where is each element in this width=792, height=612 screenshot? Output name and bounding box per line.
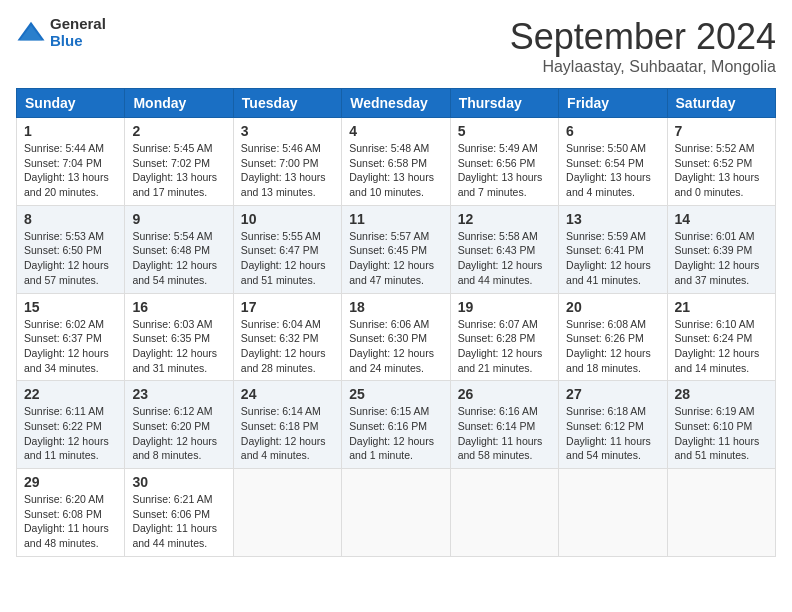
day-info: Sunrise: 6:15 AMSunset: 6:16 PMDaylight:… (349, 404, 442, 463)
location-title: Haylaastay, Suhbaatar, Mongolia (510, 58, 776, 76)
day-info: Sunrise: 5:52 AMSunset: 6:52 PMDaylight:… (675, 141, 768, 200)
day-info: Sunrise: 5:48 AMSunset: 6:58 PMDaylight:… (349, 141, 442, 200)
calendar-cell: 13Sunrise: 5:59 AMSunset: 6:41 PMDayligh… (559, 205, 667, 293)
calendar-cell: 16Sunrise: 6:03 AMSunset: 6:35 PMDayligh… (125, 293, 233, 381)
day-number: 9 (132, 211, 225, 227)
day-info: Sunrise: 6:06 AMSunset: 6:30 PMDaylight:… (349, 317, 442, 376)
calendar-cell: 4Sunrise: 5:48 AMSunset: 6:58 PMDaylight… (342, 118, 450, 206)
day-info: Sunrise: 6:11 AMSunset: 6:22 PMDaylight:… (24, 404, 117, 463)
month-title: September 2024 (510, 16, 776, 58)
day-info: Sunrise: 5:44 AMSunset: 7:04 PMDaylight:… (24, 141, 117, 200)
day-number: 3 (241, 123, 334, 139)
day-info: Sunrise: 6:12 AMSunset: 6:20 PMDaylight:… (132, 404, 225, 463)
logo-general-text: General (50, 16, 106, 33)
day-info: Sunrise: 5:59 AMSunset: 6:41 PMDaylight:… (566, 229, 659, 288)
page-header: General Blue September 2024 Haylaastay, … (16, 16, 776, 76)
day-info: Sunrise: 5:54 AMSunset: 6:48 PMDaylight:… (132, 229, 225, 288)
weekday-header-wednesday: Wednesday (342, 89, 450, 118)
day-info: Sunrise: 6:02 AMSunset: 6:37 PMDaylight:… (24, 317, 117, 376)
day-number: 21 (675, 299, 768, 315)
day-number: 27 (566, 386, 659, 402)
day-info: Sunrise: 6:16 AMSunset: 6:14 PMDaylight:… (458, 404, 551, 463)
calendar-cell: 1Sunrise: 5:44 AMSunset: 7:04 PMDaylight… (17, 118, 125, 206)
day-number: 28 (675, 386, 768, 402)
calendar-cell: 5Sunrise: 5:49 AMSunset: 6:56 PMDaylight… (450, 118, 558, 206)
calendar-cell: 14Sunrise: 6:01 AMSunset: 6:39 PMDayligh… (667, 205, 775, 293)
day-info: Sunrise: 6:10 AMSunset: 6:24 PMDaylight:… (675, 317, 768, 376)
calendar-cell: 2Sunrise: 5:45 AMSunset: 7:02 PMDaylight… (125, 118, 233, 206)
day-info: Sunrise: 6:07 AMSunset: 6:28 PMDaylight:… (458, 317, 551, 376)
calendar-cell: 6Sunrise: 5:50 AMSunset: 6:54 PMDaylight… (559, 118, 667, 206)
calendar-table: SundayMondayTuesdayWednesdayThursdayFrid… (16, 88, 776, 557)
calendar-cell: 12Sunrise: 5:58 AMSunset: 6:43 PMDayligh… (450, 205, 558, 293)
day-info: Sunrise: 6:21 AMSunset: 6:06 PMDaylight:… (132, 492, 225, 551)
day-number: 17 (241, 299, 334, 315)
day-number: 2 (132, 123, 225, 139)
day-number: 29 (24, 474, 117, 490)
calendar-cell: 30Sunrise: 6:21 AMSunset: 6:06 PMDayligh… (125, 469, 233, 557)
day-info: Sunrise: 6:14 AMSunset: 6:18 PMDaylight:… (241, 404, 334, 463)
day-number: 30 (132, 474, 225, 490)
calendar-cell: 28Sunrise: 6:19 AMSunset: 6:10 PMDayligh… (667, 381, 775, 469)
calendar-cell: 26Sunrise: 6:16 AMSunset: 6:14 PMDayligh… (450, 381, 558, 469)
day-number: 16 (132, 299, 225, 315)
day-info: Sunrise: 5:49 AMSunset: 6:56 PMDaylight:… (458, 141, 551, 200)
calendar-cell: 29Sunrise: 6:20 AMSunset: 6:08 PMDayligh… (17, 469, 125, 557)
day-number: 26 (458, 386, 551, 402)
day-number: 10 (241, 211, 334, 227)
day-number: 22 (24, 386, 117, 402)
day-number: 18 (349, 299, 442, 315)
calendar-cell (342, 469, 450, 557)
calendar-week-row: 8Sunrise: 5:53 AMSunset: 6:50 PMDaylight… (17, 205, 776, 293)
weekday-header-monday: Monday (125, 89, 233, 118)
weekday-header-sunday: Sunday (17, 89, 125, 118)
day-number: 13 (566, 211, 659, 227)
day-number: 12 (458, 211, 551, 227)
day-info: Sunrise: 6:03 AMSunset: 6:35 PMDaylight:… (132, 317, 225, 376)
calendar-cell (559, 469, 667, 557)
weekday-header-tuesday: Tuesday (233, 89, 341, 118)
calendar-cell: 7Sunrise: 5:52 AMSunset: 6:52 PMDaylight… (667, 118, 775, 206)
calendar-cell: 10Sunrise: 5:55 AMSunset: 6:47 PMDayligh… (233, 205, 341, 293)
day-info: Sunrise: 5:45 AMSunset: 7:02 PMDaylight:… (132, 141, 225, 200)
day-number: 15 (24, 299, 117, 315)
day-info: Sunrise: 6:19 AMSunset: 6:10 PMDaylight:… (675, 404, 768, 463)
day-number: 11 (349, 211, 442, 227)
calendar-cell: 17Sunrise: 6:04 AMSunset: 6:32 PMDayligh… (233, 293, 341, 381)
day-info: Sunrise: 6:04 AMSunset: 6:32 PMDaylight:… (241, 317, 334, 376)
weekday-header-saturday: Saturday (667, 89, 775, 118)
day-info: Sunrise: 6:08 AMSunset: 6:26 PMDaylight:… (566, 317, 659, 376)
day-number: 14 (675, 211, 768, 227)
calendar-cell: 21Sunrise: 6:10 AMSunset: 6:24 PMDayligh… (667, 293, 775, 381)
day-info: Sunrise: 5:55 AMSunset: 6:47 PMDaylight:… (241, 229, 334, 288)
calendar-week-row: 29Sunrise: 6:20 AMSunset: 6:08 PMDayligh… (17, 469, 776, 557)
day-info: Sunrise: 5:58 AMSunset: 6:43 PMDaylight:… (458, 229, 551, 288)
calendar-week-row: 22Sunrise: 6:11 AMSunset: 6:22 PMDayligh… (17, 381, 776, 469)
day-info: Sunrise: 5:57 AMSunset: 6:45 PMDaylight:… (349, 229, 442, 288)
calendar-cell (450, 469, 558, 557)
logo: General Blue (16, 16, 106, 49)
day-info: Sunrise: 6:18 AMSunset: 6:12 PMDaylight:… (566, 404, 659, 463)
calendar-cell: 20Sunrise: 6:08 AMSunset: 6:26 PMDayligh… (559, 293, 667, 381)
day-number: 20 (566, 299, 659, 315)
calendar-cell: 3Sunrise: 5:46 AMSunset: 7:00 PMDaylight… (233, 118, 341, 206)
day-number: 8 (24, 211, 117, 227)
logo-icon (16, 18, 46, 48)
title-section: September 2024 Haylaastay, Suhbaatar, Mo… (510, 16, 776, 76)
day-number: 5 (458, 123, 551, 139)
calendar-cell: 18Sunrise: 6:06 AMSunset: 6:30 PMDayligh… (342, 293, 450, 381)
day-info: Sunrise: 5:50 AMSunset: 6:54 PMDaylight:… (566, 141, 659, 200)
day-number: 23 (132, 386, 225, 402)
day-info: Sunrise: 5:46 AMSunset: 7:00 PMDaylight:… (241, 141, 334, 200)
day-number: 6 (566, 123, 659, 139)
weekday-header-thursday: Thursday (450, 89, 558, 118)
day-number: 25 (349, 386, 442, 402)
logo-blue-text: Blue (50, 33, 106, 50)
weekday-header-row: SundayMondayTuesdayWednesdayThursdayFrid… (17, 89, 776, 118)
calendar-cell: 8Sunrise: 5:53 AMSunset: 6:50 PMDaylight… (17, 205, 125, 293)
day-number: 1 (24, 123, 117, 139)
calendar-cell: 22Sunrise: 6:11 AMSunset: 6:22 PMDayligh… (17, 381, 125, 469)
calendar-week-row: 1Sunrise: 5:44 AMSunset: 7:04 PMDaylight… (17, 118, 776, 206)
calendar-cell: 25Sunrise: 6:15 AMSunset: 6:16 PMDayligh… (342, 381, 450, 469)
day-number: 4 (349, 123, 442, 139)
